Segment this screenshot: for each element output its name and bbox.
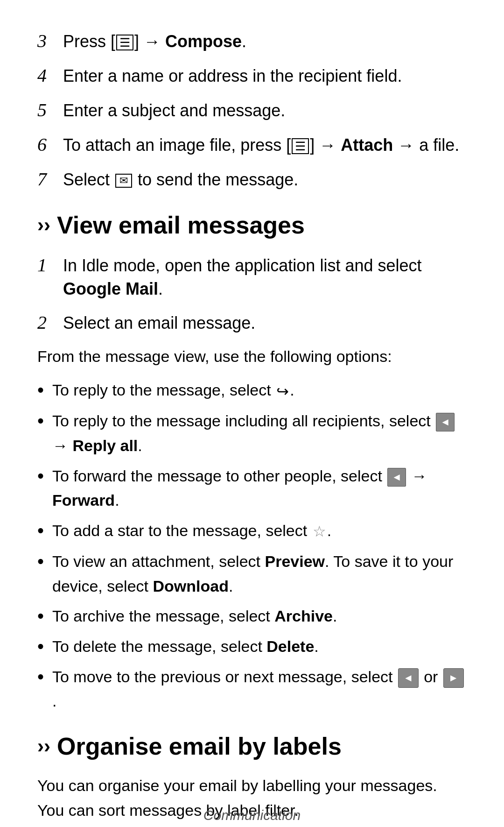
view-step-2-text: Select an email message. bbox=[63, 311, 255, 335]
step-6-text: To attach an image file, press [☰] → Att… bbox=[63, 134, 459, 157]
step-5: 5 Enter a subject and message. bbox=[37, 97, 467, 123]
step-number-3: 3 bbox=[37, 28, 63, 54]
reply-icon: ↩ bbox=[276, 380, 289, 403]
bullet-delete-content: To delete the message, select Delete. bbox=[52, 634, 467, 659]
bullet-reply: To reply to the message, select ↩. bbox=[37, 378, 467, 403]
footer-category: Communication bbox=[203, 807, 301, 823]
section-view-heading: ›› View email messages bbox=[37, 211, 467, 239]
section-view-title: View email messages bbox=[57, 211, 305, 239]
step-3: 3 Press [☰] → Compose. bbox=[37, 28, 467, 54]
section-organise-title: Organise email by labels bbox=[57, 732, 342, 760]
chevron-organise-icon: ›› bbox=[37, 735, 50, 757]
bullet-archive: To archive the message, select Archive. bbox=[37, 604, 467, 629]
step-7: 7 Select to send the message. bbox=[37, 166, 467, 192]
next-message-btn: ► bbox=[443, 668, 464, 688]
step-number-7: 7 bbox=[37, 166, 63, 192]
bullet-forward: To forward the message to other people, … bbox=[37, 464, 467, 513]
section-organise-heading: ›› Organise email by labels bbox=[37, 732, 467, 760]
reply-all-icon: ◄ bbox=[436, 413, 455, 431]
chevron-view-icon: ›› bbox=[37, 214, 50, 236]
step-6: 6 To attach an image file, press [☰] → A… bbox=[37, 132, 467, 158]
bullet-attachment-content: To view an attachment, select Preview. T… bbox=[52, 549, 467, 598]
view-step-1: 1 In Idle mode, open the application lis… bbox=[37, 252, 467, 301]
bullet-star-content: To add a star to the message, select ☆. bbox=[52, 518, 467, 544]
footer: Communication 53 bbox=[0, 807, 504, 827]
bullet-reply-content: To reply to the message, select ↩. bbox=[52, 378, 467, 403]
step-7-text: Select to send the message. bbox=[63, 168, 298, 191]
bullet-archive-content: To archive the message, select Archive. bbox=[52, 604, 467, 629]
forward-icon: ◄ bbox=[387, 468, 406, 487]
menu-icon-step3: ☰ bbox=[116, 35, 133, 50]
bullet-reply-all-content: To reply to the message including all re… bbox=[52, 409, 467, 458]
view-step-2: 2 Select an email message. bbox=[37, 310, 467, 336]
view-step-number-2: 2 bbox=[37, 310, 63, 336]
bullet-forward-content: To forward the message to other people, … bbox=[52, 464, 467, 513]
bullet-star: To add a star to the message, select ☆. bbox=[37, 518, 467, 544]
prev-message-btn: ◄ bbox=[398, 668, 419, 688]
step-5-text: Enter a subject and message. bbox=[63, 99, 285, 122]
menu-icon-step6: ☰ bbox=[292, 138, 309, 154]
bullet-attachment: To view an attachment, select Preview. T… bbox=[37, 549, 467, 598]
step-number-5: 5 bbox=[37, 97, 63, 123]
bullet-reply-all: To reply to the message including all re… bbox=[37, 409, 467, 458]
bullet-delete: To delete the message, select Delete. bbox=[37, 634, 467, 659]
step-number-6: 6 bbox=[37, 132, 63, 158]
bullet-navigate-content: To move to the previous or next message,… bbox=[52, 664, 467, 714]
bullet-navigate: To move to the previous or next message,… bbox=[37, 664, 467, 714]
step-4: 4 Enter a name or address in the recipie… bbox=[37, 63, 467, 89]
step-number-4: 4 bbox=[37, 63, 63, 89]
view-step-1-text: In Idle mode, open the application list … bbox=[63, 254, 467, 301]
message-view-intro: From the message view, use the following… bbox=[37, 344, 467, 369]
view-step-number-1: 1 bbox=[37, 252, 63, 278]
star-icon: ☆ bbox=[313, 520, 326, 544]
step-4-text: Enter a name or address in the recipient… bbox=[63, 64, 402, 88]
step-3-text: Press [☰] → Compose. bbox=[63, 30, 246, 53]
send-icon bbox=[115, 174, 132, 188]
options-list: To reply to the message, select ↩. To re… bbox=[37, 378, 467, 714]
